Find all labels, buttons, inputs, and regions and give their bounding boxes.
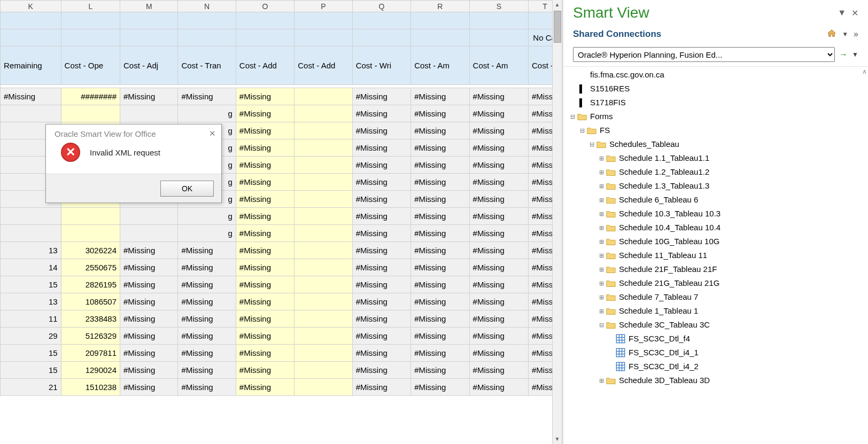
col-header[interactable]: L: [61, 1, 120, 12]
scroll-up-icon[interactable]: ▲: [553, 0, 562, 10]
tree-item-label: Schedule 3D_Tableau 3D: [619, 373, 710, 387]
tree-folder-schedule[interactable]: ⊞Schedule 10.4_Tableau 10.4: [569, 221, 868, 235]
go-arrow-icon[interactable]: →: [839, 50, 848, 59]
tree-folder-forms[interactable]: ⊟Forms: [569, 110, 868, 123]
go-dropdown-icon[interactable]: ▼: [852, 51, 858, 58]
tree-toggle-icon[interactable]: ⊞: [598, 304, 605, 318]
header-band-1: [1, 12, 562, 29]
table-row[interactable]: g#Missing#Missing#Missing#Missing#Miss: [1, 208, 562, 225]
table-row[interactable]: 295126329#Missing#Missing#Missing#Missin…: [1, 328, 562, 345]
tree-toggle-icon[interactable]: ⊞: [598, 290, 605, 304]
tree-item-label: Schedules_Tableau: [609, 137, 679, 151]
tree-toggle-icon[interactable]: ⊟: [578, 123, 586, 137]
tree-form-item[interactable]: FS_SC3C_Dtl_f4: [569, 332, 868, 346]
tree-toggle-icon[interactable]: ⊞: [598, 262, 605, 276]
panel-title: Smart View: [573, 4, 649, 21]
col-header[interactable]: O: [236, 1, 294, 12]
chevron-right-double-icon[interactable]: »: [854, 29, 858, 39]
table-row[interactable]: 142550675#Missing#Missing#Missing#Missin…: [1, 259, 562, 276]
tree-toggle-icon[interactable]: ⊞: [598, 207, 605, 221]
table-row[interactable]: 112338483#Missing#Missing#Missing#Missin…: [1, 310, 562, 328]
tree-item-label: FS: [600, 123, 610, 137]
table-row[interactable]: 131086507#Missing#Missing#Missing#Missin…: [1, 293, 562, 310]
tree-item-label: Schedule 1.2_Tableau1.2: [619, 165, 709, 179]
tree-toggle-icon[interactable]: ⊞: [598, 151, 605, 165]
tree-folder-schedule[interactable]: ⊞Schedule 7_Tableau 7: [569, 290, 868, 304]
tree-toggle-icon[interactable]: ⊞: [598, 193, 605, 207]
tree-toggle-icon[interactable]: ⊞: [598, 165, 605, 179]
tree-item-label: S1718FIS: [590, 96, 626, 110]
col-header[interactable]: P: [294, 1, 352, 12]
col-header[interactable]: Q: [352, 1, 410, 12]
scroll-thumb[interactable]: [554, 11, 561, 43]
tree-item-label: Schedule 1.1_Tableau1.1: [619, 151, 709, 165]
tree-toggle-icon[interactable]: ⊞: [598, 276, 605, 290]
tree-folder-schedule[interactable]: ⊞Schedule 10.3_Tableau 10.3: [569, 207, 868, 221]
table-row[interactable]: 152097811#Missing#Missing#Missing#Missin…: [1, 345, 562, 362]
spreadsheet-area[interactable]: K L M N O P Q R S T No Cat RemainingCost…: [0, 0, 562, 444]
tree-form-item[interactable]: FS_SC3C_Dtl_i4_1: [569, 346, 868, 360]
server-select[interactable]: Oracle® Hyperion Planning, Fusion Ed...: [573, 47, 835, 62]
table-row[interactable]: 211510238#Missing#Missing#Missing#Missin…: [1, 379, 562, 396]
tree-folder-schedule[interactable]: ⊞Schedule 11_Tableau 11: [569, 248, 868, 262]
tree-item-label: Schedule 7_Tableau 7: [619, 290, 698, 304]
tree-folder-schedule[interactable]: ⊞Schedule 1.3_Tableau1.3: [569, 179, 868, 193]
tree-folder-schedules[interactable]: ⊟Schedules_Tableau: [569, 137, 868, 151]
error-icon: ✕: [61, 143, 80, 162]
home-icon[interactable]: [827, 29, 836, 40]
tree-folder-fs[interactable]: ⊟FS: [569, 123, 868, 137]
tree-toggle-icon[interactable]: ⊞: [598, 248, 605, 262]
col-header[interactable]: S: [469, 1, 528, 12]
tree-db[interactable]: ▌S1718FIS: [569, 96, 868, 110]
col-header[interactable]: M: [120, 1, 178, 12]
tree-folder-schedule[interactable]: ⊞Schedule 1_Tableau 1: [569, 304, 868, 318]
table-row[interactable]: g#Missing#Missing#Missing#Missing#Miss: [1, 225, 562, 242]
close-icon[interactable]: ✕: [851, 8, 858, 18]
table-row[interactable]: #Missing ######## #Missing #Missing #Mis…: [1, 88, 562, 105]
tree-item-label: fis.fma.csc.gov.on.ca: [590, 68, 664, 82]
header-labels-row: RemainingCost - OpeCost - AdjCost - Tran…: [1, 46, 562, 85]
tree-scroll-up-icon[interactable]: ∧: [862, 68, 867, 75]
col-header[interactable]: N: [178, 1, 236, 12]
tree-folder-schedule-3c[interactable]: ⊟Schedule 3C_Tableau 3C: [569, 318, 868, 332]
tree-folder-schedule[interactable]: ⊞Schedule 6_Tableau 6: [569, 193, 868, 207]
tree-item-label: Schedule 3C_Tableau 3C: [619, 318, 710, 332]
scroll-down-icon[interactable]: ▼: [553, 434, 562, 444]
vertical-scrollbar[interactable]: ▲ ▼: [552, 0, 562, 444]
col-header[interactable]: K: [1, 1, 61, 12]
shared-connections-label[interactable]: Shared Connections: [573, 29, 661, 40]
tree-folder-schedule[interactable]: ⊞Schedule 10G_Tableau 10G: [569, 235, 868, 248]
svg-rect-5: [616, 348, 624, 356]
table-row[interactable]: 133026224#Missing#Missing#Missing#Missin…: [1, 242, 562, 259]
tree-toggle-icon[interactable]: ⊟: [588, 137, 595, 151]
tree-server[interactable]: fis.fma.csc.gov.on.ca: [569, 68, 868, 82]
tree-toggle-icon[interactable]: ⊟: [598, 318, 605, 332]
tree-toggle-icon[interactable]: ⊟: [569, 110, 576, 123]
close-icon[interactable]: ✕: [209, 129, 216, 138]
tree-form-item[interactable]: FS_SC3C_Dtl_i4_2: [569, 360, 868, 373]
table-row[interactable]: 151290024#Missing#Missing#Missing#Missin…: [1, 362, 562, 379]
tree-folder-schedule[interactable]: ⊞Schedule 21F_Tableau 21F: [569, 262, 868, 276]
tree-folder-schedule[interactable]: ⊞Schedule 21G_Tableau 21G: [569, 276, 868, 290]
chevron-down-icon[interactable]: ▼: [842, 30, 848, 38]
tree-folder-schedule-3d[interactable]: ⊞Schedule 3D_Tableau 3D: [569, 373, 868, 387]
tree-folder-schedule[interactable]: ⊞Schedule 1.2_Tableau1.2: [569, 165, 868, 179]
ok-button[interactable]: OK: [160, 181, 214, 197]
col-header[interactable]: R: [411, 1, 469, 12]
panel-menu-dropdown-icon[interactable]: ▼: [838, 8, 846, 18]
tree-item-label: Schedule 21G_Tableau 21G: [619, 276, 719, 290]
tree-folder-schedule[interactable]: ⊞Schedule 1.1_Tableau1.1: [569, 151, 868, 165]
dialog-message: Invalid XML request: [90, 148, 160, 157]
connection-tree[interactable]: fis.fma.csc.gov.on.ca▌S1516RES▌S1718FIS⊟…: [563, 68, 868, 387]
tree-item-label: S1516RES: [590, 82, 630, 96]
tree-db[interactable]: ▌S1516RES: [569, 82, 868, 96]
tree-toggle-icon[interactable]: ⊞: [598, 373, 605, 387]
error-dialog: Oracle Smart View for Office ✕ ✕ Invalid…: [45, 124, 222, 203]
tree-toggle-icon[interactable]: ⊞: [598, 221, 605, 235]
dialog-title: Oracle Smart View for Office: [55, 129, 156, 138]
tree-item-label: Schedule 1.3_Tableau1.3: [619, 179, 709, 193]
table-row[interactable]: g#Missing#Missing#Missing#Missing#Miss: [1, 105, 562, 122]
tree-toggle-icon[interactable]: ⊞: [598, 235, 605, 248]
table-row[interactable]: 152826195#Missing#Missing#Missing#Missin…: [1, 276, 562, 293]
tree-toggle-icon[interactable]: ⊞: [598, 179, 605, 193]
